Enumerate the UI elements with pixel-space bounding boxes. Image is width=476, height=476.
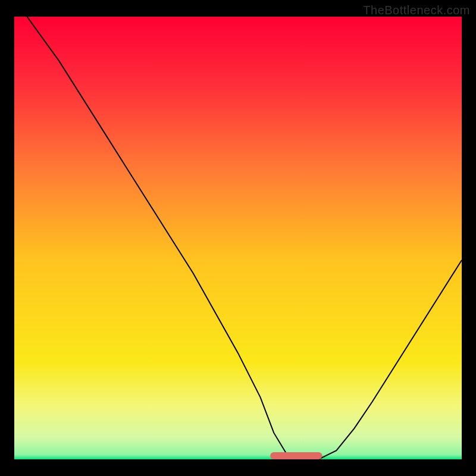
- gradient-background: [14, 17, 462, 459]
- plot-svg: [14, 17, 462, 459]
- chart-root: TheBottleneck.com: [0, 0, 476, 476]
- watermark-text: TheBottleneck.com: [363, 4, 470, 17]
